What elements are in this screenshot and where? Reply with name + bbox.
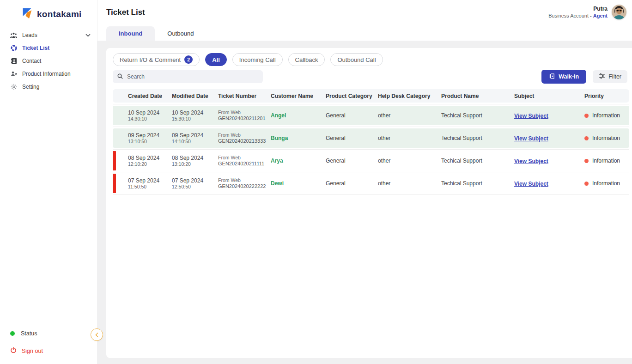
sidebar-item-ticket-list[interactable]: Ticket List	[0, 42, 97, 55]
sidebar-item-label: Contact	[22, 58, 41, 64]
sign-out-button[interactable]: Sign out	[10, 347, 97, 355]
ticket-number-cell: From Web GEN2024020211201	[218, 109, 271, 121]
count-badge: 2	[184, 55, 193, 64]
main-area: Ticket List Putra Business Account - Age…	[97, 0, 632, 364]
ticket-number-cell: From Web GEN2024020213333	[218, 132, 271, 144]
customer-name-link[interactable]: Dewi	[271, 180, 326, 187]
priority-dot-icon	[584, 182, 589, 186]
tab-outbound[interactable]: Outbound	[155, 26, 206, 41]
product-category-cell: General	[326, 112, 378, 119]
subject-cell: View Subject	[514, 134, 584, 142]
priority-label: Information	[592, 158, 620, 164]
view-subject-link[interactable]: View Subject	[514, 113, 548, 119]
chevron-down-icon	[85, 32, 91, 38]
priority-label: Information	[592, 180, 620, 187]
col-product-name: Product Name	[441, 93, 514, 99]
col-product-category: Product Category	[326, 93, 378, 99]
priority-label: Information	[592, 112, 620, 119]
subject-cell: View Subject	[514, 179, 584, 188]
filter-button[interactable]: Filter	[593, 70, 627, 83]
created-date-cell: 07 Sep 2024 11:50:50	[128, 177, 172, 190]
kontakami-logo-icon	[22, 7, 33, 21]
priority-dot-icon	[584, 114, 589, 118]
created-date-cell: 08 Sep 2024 12:10:20	[128, 155, 172, 167]
top-header: Ticket List Putra Business Account - Age…	[97, 0, 632, 41]
col-subject: Subject	[514, 93, 584, 99]
view-subject-link[interactable]: View Subject	[514, 135, 548, 142]
sidebar-item-contact[interactable]: Contact	[0, 55, 97, 67]
search-box[interactable]	[113, 70, 263, 83]
table-row-wrap: 09 Sep 2024 13:10:50 09 Sep 2024 14:10:5…	[113, 128, 629, 150]
brand-logo: kontakami	[0, 6, 97, 22]
ticket-number-cell: From Web GEN2024020222222	[218, 177, 271, 189]
priority-cell: Information	[584, 112, 629, 119]
product-name-cell: Techical Support	[441, 180, 514, 187]
status-online-dot	[10, 331, 15, 336]
app-window: kontakami Leads	[0, 0, 632, 364]
chip-callback[interactable]: Callback	[288, 53, 325, 66]
help-desk-category-cell: other	[378, 112, 441, 119]
filter-chips: Return I/O & Comment 2 All Incoming Call…	[113, 53, 629, 66]
sidebar-collapse-button[interactable]	[91, 328, 103, 341]
chip-outbound-call[interactable]: Outbound Call	[330, 53, 383, 66]
table-body: 10 Sep 2024 14:30:10 10 Sep 2024 15:30:1…	[113, 106, 629, 195]
users-icon	[10, 32, 17, 38]
help-desk-category-cell: other	[378, 135, 441, 141]
chip-all[interactable]: All	[205, 53, 227, 66]
priority-label: Information	[592, 135, 620, 141]
table-row[interactable]: 07 Sep 2024 11:50:50 07 Sep 2024 12:50:5…	[113, 174, 629, 193]
filter-label: Filter	[608, 73, 621, 80]
product-category-cell: General	[326, 135, 378, 141]
walk-in-label: Walk-In	[559, 73, 579, 80]
product-name-cell: Techical Support	[441, 135, 514, 141]
sidebar-item-leads[interactable]: Leads	[0, 29, 97, 42]
modified-date-cell: 07 Sep 2024 12:50:50	[172, 177, 218, 190]
chip-incoming-call[interactable]: Incoming Call	[232, 53, 283, 66]
sidebar-item-product-information[interactable]: Product Information	[0, 67, 97, 80]
ticket-ring-icon	[10, 45, 17, 51]
chip-return-io-comment[interactable]: Return I/O & Comment 2	[113, 53, 200, 66]
product-category-cell: General	[326, 180, 378, 187]
user-texts: Putra Business Account - Agent	[548, 6, 608, 19]
user-role-line: Business Account - Agent	[548, 12, 608, 19]
customer-name-link[interactable]: Angel	[271, 112, 326, 119]
sidebar: kontakami Leads	[0, 0, 97, 364]
tab-inbound[interactable]: Inbound	[106, 26, 155, 41]
modified-date-cell: 10 Sep 2024 15:30:10	[172, 109, 218, 122]
table-row-wrap: 07 Sep 2024 11:50:50 07 Sep 2024 12:50:5…	[113, 174, 629, 195]
ticket-table: Created Date Modified Date Ticket Number…	[113, 89, 629, 195]
help-desk-category-cell: other	[378, 180, 441, 187]
user-account-block[interactable]: Putra Business Account - Agent	[548, 5, 626, 19]
search-input[interactable]	[127, 73, 258, 80]
table-row[interactable]: 08 Sep 2024 12:10:20 08 Sep 2024 13:10:2…	[113, 151, 629, 170]
table-row[interactable]: 09 Sep 2024 13:10:50 09 Sep 2024 14:10:5…	[113, 128, 629, 148]
product-name-cell: Techical Support	[441, 112, 514, 119]
priority-dot-icon	[584, 159, 589, 163]
view-subject-link[interactable]: View Subject	[514, 181, 548, 187]
customer-name-link[interactable]: Arya	[271, 158, 326, 164]
modified-date-cell: 09 Sep 2024 14:10:50	[172, 132, 218, 145]
avatar[interactable]	[612, 5, 626, 19]
col-customer-name: Customer Name	[271, 93, 326, 99]
tab-bar: Inbound Outbound	[106, 26, 206, 41]
sidebar-bottom: Status Sign out	[0, 330, 97, 355]
content-area: Return I/O & Comment 2 All Incoming Call…	[97, 41, 632, 364]
col-priority: Priority	[584, 93, 629, 99]
chip-label: Return I/O & Comment	[120, 56, 181, 63]
priority-cell: Information	[584, 158, 629, 164]
view-subject-link[interactable]: View Subject	[514, 158, 548, 164]
sidebar-item-label: Product Information	[22, 71, 71, 77]
account-type: Business Account	[548, 13, 589, 18]
sidebar-item-label: Leads	[22, 32, 37, 38]
col-created-date: Created Date	[128, 93, 172, 99]
table-row[interactable]: 10 Sep 2024 14:30:10 10 Sep 2024 15:30:1…	[113, 106, 629, 125]
sidebar-item-label: Ticket List	[22, 45, 49, 51]
brand-name: kontakami	[37, 9, 82, 19]
table-header-wrap: Created Date Modified Date Ticket Number…	[113, 89, 629, 104]
customer-name-link[interactable]: Bunga	[271, 135, 326, 141]
table-row-wrap: 10 Sep 2024 14:30:10 10 Sep 2024 15:30:1…	[113, 106, 629, 127]
sidebar-item-setting[interactable]: Setting	[0, 80, 97, 93]
subject-cell: View Subject	[514, 111, 584, 120]
walk-in-button[interactable]: Walk-In	[541, 70, 586, 84]
status-indicator: Status	[10, 330, 97, 337]
